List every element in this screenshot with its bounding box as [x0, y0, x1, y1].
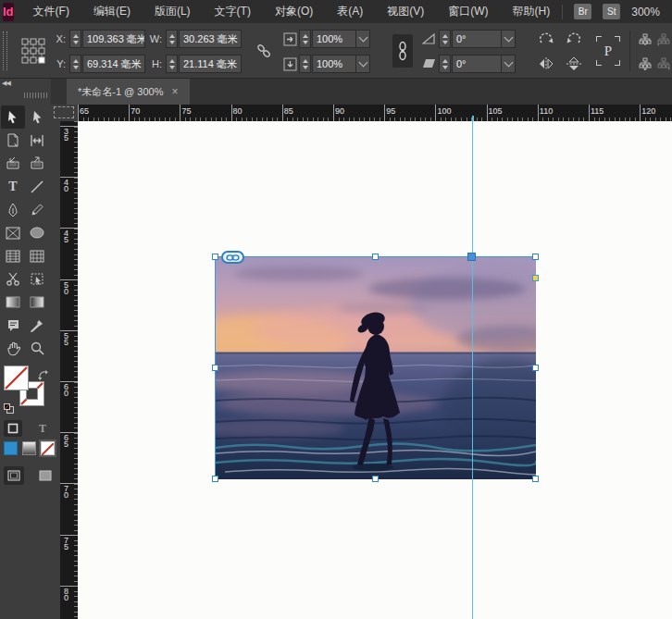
selection-tool[interactable] [1, 105, 25, 129]
handle-top-center[interactable] [372, 254, 379, 260]
normal-view-button[interactable] [4, 466, 24, 485]
select-container-button[interactable]: P [594, 33, 622, 68]
content-collector-tool[interactable] [1, 152, 25, 175]
menu-item-6[interactable]: 视图(V) [375, 0, 436, 23]
select-previous-object-button[interactable] [655, 31, 671, 48]
w-stepper[interactable] [166, 30, 178, 48]
scale-x-dropdown[interactable] [356, 30, 370, 48]
zoom-level-select[interactable]: 300% [631, 6, 660, 19]
handle-middle-left[interactable] [212, 365, 218, 371]
type-tool[interactable]: T [1, 175, 25, 198]
rectangle-frame-tool[interactable] [1, 221, 25, 244]
menu-item-5[interactable]: 表(A) [325, 0, 375, 23]
reference-point-proxy[interactable] [21, 38, 45, 64]
link-badge[interactable] [221, 251, 244, 264]
shear-input[interactable]: 0° [452, 55, 502, 73]
scale-y-dropdown[interactable] [356, 55, 370, 73]
apply-gradient-button[interactable] [22, 441, 36, 455]
apply-color-button[interactable] [4, 441, 18, 455]
zoom-tool[interactable] [25, 337, 49, 360]
format-text-button[interactable]: T [33, 420, 52, 437]
preview-view-button[interactable] [35, 466, 56, 485]
menu-item-7[interactable]: 窗口(W) [436, 0, 500, 23]
horizontal-ruler[interactable]: 65707580859095100105110115120 [78, 105, 672, 121]
gap-tool[interactable] [25, 129, 49, 152]
select-container-hier-button[interactable] [637, 55, 653, 72]
handle-top-right[interactable] [532, 254, 539, 260]
h-input[interactable]: 21.114 毫米 [179, 55, 242, 73]
rotation-stepper[interactable] [439, 30, 451, 48]
vertical-grid-tool[interactable] [25, 244, 49, 267]
free-transform-tool[interactable] [25, 267, 49, 291]
corner-editor-handle[interactable] [532, 275, 539, 281]
default-fill-stroke-icon[interactable] [4, 401, 14, 417]
format-container-button[interactable] [4, 420, 22, 437]
scale-x-input[interactable]: 100% [312, 30, 356, 48]
handle-bottom-right[interactable] [532, 476, 539, 482]
scale-y-stepper[interactable] [299, 55, 311, 73]
rotate-cw-button[interactable] [535, 30, 557, 48]
eyedropper-tool[interactable] [25, 314, 49, 337]
flip-vertical-button[interactable] [563, 55, 585, 73]
stock-button[interactable]: St [603, 4, 620, 19]
h-stepper[interactable] [166, 55, 178, 73]
bridge-button[interactable]: Br [574, 4, 591, 19]
vertical-guide[interactable] [472, 121, 473, 619]
ellipse-tool[interactable] [25, 221, 49, 244]
handle-top-left[interactable] [212, 254, 218, 260]
select-previous-icon [657, 33, 670, 46]
gradient-feather-tool[interactable] [25, 291, 49, 314]
menu-item-0[interactable]: 文件(F) [21, 0, 81, 23]
x-stepper[interactable] [69, 30, 81, 48]
handle-middle-right[interactable] [532, 365, 539, 371]
vertical-ruler[interactable]: 3 54 04 55 05 56 06 57 07 58 0 [60, 121, 78, 619]
collapse-panel-icon[interactable]: ◀◀ [2, 80, 10, 87]
pasteboard[interactable] [78, 121, 672, 619]
select-content-button[interactable] [637, 31, 653, 48]
horizontal-grid-tool[interactable] [1, 244, 25, 267]
rotate-ccw-button[interactable] [563, 30, 585, 48]
scissors-tool[interactable] [1, 267, 25, 291]
handle-bottom-left[interactable] [212, 476, 218, 482]
menu-item-1[interactable]: 编辑(E) [81, 0, 143, 23]
h-ruler-label: 100 [437, 106, 451, 116]
guide-intersection-handle[interactable] [467, 253, 476, 261]
shear-stepper[interactable] [439, 55, 451, 73]
w-input[interactable]: 30.263 毫米 [179, 30, 242, 48]
x-input[interactable]: 109.363 毫米 [82, 30, 145, 48]
select-next-object-button[interactable] [655, 55, 671, 72]
document-tab[interactable]: *未命名-1 @ 300% × [67, 79, 190, 105]
handle-bottom-center[interactable] [372, 476, 379, 482]
menu-item-2[interactable]: 版面(L) [143, 0, 203, 23]
note-tool[interactable] [1, 314, 25, 337]
constrain-dimensions-button[interactable] [255, 43, 272, 59]
scale-y-input[interactable]: 100% [312, 55, 356, 73]
line-tool[interactable] [25, 175, 49, 198]
direct-selection-tool[interactable] [25, 105, 49, 129]
gradient-swatch-tool[interactable] [1, 291, 25, 314]
flip-horizontal-button[interactable] [535, 55, 557, 73]
ruler-origin[interactable] [51, 105, 78, 121]
page-tool[interactable] [1, 129, 25, 152]
rotation-dropdown[interactable] [502, 30, 516, 48]
pencil-tool[interactable] [25, 198, 49, 221]
panel-grip[interactable] [3, 31, 7, 70]
panel-drag-grip[interactable] [24, 93, 48, 98]
constrain-scale-button[interactable] [392, 34, 413, 68]
y-stepper[interactable] [69, 55, 81, 73]
y-input[interactable]: 69.314 毫米 [82, 55, 145, 73]
shear-dropdown[interactable] [502, 55, 516, 73]
rotation-input[interactable]: 0° [452, 30, 502, 48]
menu-item-8[interactable]: 帮助(H) [501, 0, 563, 23]
tab-close-icon[interactable]: × [171, 86, 178, 97]
fill-swatch[interactable] [4, 365, 29, 390]
content-placer-tool[interactable] [25, 152, 49, 175]
placed-image-frame[interactable] [215, 256, 535, 478]
pen-tool[interactable] [1, 198, 25, 221]
menu-item-4[interactable]: 对象(O) [263, 0, 325, 23]
hand-tool[interactable] [1, 337, 25, 360]
menu-item-3[interactable]: 文字(T) [203, 0, 263, 23]
v-ruler-label: 5 0 [64, 282, 68, 295]
scale-x-stepper[interactable] [299, 30, 311, 48]
apply-none-button[interactable] [41, 441, 55, 455]
